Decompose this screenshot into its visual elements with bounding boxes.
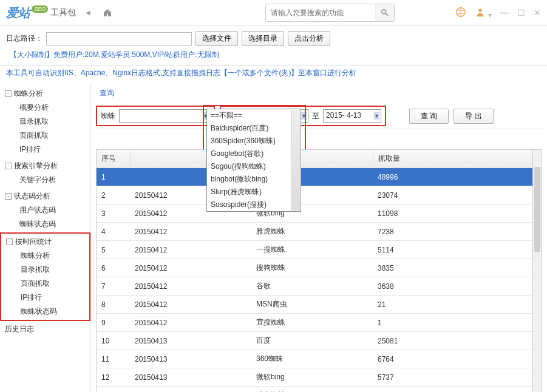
choose-file-button[interactable]: 选择文件	[195, 31, 238, 46]
collapse-icon[interactable]: -	[5, 90, 12, 97]
tree-group-title[interactable]: -状态码分析	[0, 189, 90, 203]
dropdown-item[interactable]: Sogou(搜狗蜘蛛)	[207, 160, 301, 173]
cell-idx: 6	[97, 259, 130, 277]
maximize-icon[interactable]: ☐	[517, 8, 525, 18]
dropdown-item[interactable]: Slurp(雅虎蜘蛛)	[207, 186, 301, 198]
logo-sub: 工具包	[50, 7, 76, 18]
cell-idx: 12	[97, 368, 130, 387]
tree-group-label: 按时间统计	[15, 237, 52, 247]
column-header[interactable]: 抓取量	[373, 150, 542, 168]
table-row[interactable]: 1220150413微软bing5737	[97, 368, 542, 387]
globe-icon[interactable]	[455, 7, 466, 19]
cell-date: 20150413	[130, 368, 251, 387]
cell-spider: 搜狗蜘蛛	[251, 259, 373, 277]
top-bar: 爱站 SEO 工具包 ◄ ▾ — ☐ ✕	[0, 0, 547, 26]
tree-group-title[interactable]: -搜索引擎分析	[0, 159, 90, 173]
search-input[interactable]	[266, 5, 375, 20]
analyze-button[interactable]: 点击分析	[288, 31, 330, 46]
query-button[interactable]: 查 询	[409, 109, 449, 124]
dropdown-item[interactable]: ==不限==	[207, 109, 301, 122]
tree-item[interactable]: 蜘蛛状态码	[17, 217, 90, 231]
collapse-icon[interactable]: -	[5, 163, 12, 169]
table-row[interactable]: 520150412一搜蜘蛛5114	[97, 241, 542, 259]
table-row[interactable]: 920150412宜搜蜘蛛1	[97, 314, 542, 332]
cell-idx: 9	[97, 314, 130, 332]
table-row[interactable]: 420150412雅虎蜘蛛7238	[97, 223, 542, 241]
home-icon[interactable]	[100, 5, 115, 20]
cell-idx: 8	[97, 296, 130, 314]
cell-count: 3356	[373, 387, 542, 393]
cell-count: 23074	[373, 186, 542, 204]
minimize-icon[interactable]: —	[500, 8, 509, 18]
tree-group-title[interactable]: -按时间统计	[1, 235, 89, 249]
tree-item[interactable]: 蜘蛛分析	[18, 249, 89, 263]
spider-select[interactable]: ▾	[119, 109, 210, 123]
table-row[interactable]: 220150412360蜘蛛23074	[97, 186, 542, 204]
cell-date: 20150413	[130, 332, 251, 350]
tree-item[interactable]: IP排行	[18, 291, 89, 305]
user-icon[interactable]: ▾	[475, 7, 492, 19]
cell-idx: 1	[97, 168, 130, 186]
tab-query[interactable]: 查询	[96, 86, 118, 101]
logo-text: 爱站	[6, 5, 30, 21]
cell-date: 20150412	[130, 314, 251, 332]
tree-group-title[interactable]: -蜘蛛分析	[0, 87, 90, 101]
cell-count: 5114	[373, 241, 542, 259]
chevron-down-icon: ▾	[374, 112, 379, 120]
choose-dir-button[interactable]: 选择目录	[242, 31, 284, 46]
tree-item[interactable]: 目录抓取	[18, 263, 89, 277]
tree-item[interactable]: 蜘蛛状态码	[18, 305, 89, 319]
tree-item[interactable]: 页面抓取	[18, 277, 89, 291]
cell-count: 11098	[373, 204, 542, 223]
scroll-thumb[interactable]	[534, 167, 540, 252]
tree-group-title[interactable]: 历史日志	[0, 322, 90, 336]
dropdown-item[interactable]: Sosospider(搜搜)	[207, 198, 301, 211]
table-row[interactable]: 720150412谷歌3638	[97, 277, 542, 296]
cell-spider: MSN爬虫	[251, 296, 373, 314]
collapse-icon[interactable]: -	[5, 193, 12, 200]
content-panel: 查询 蜘蛛 ▾ 日期： 2015- 4-12▾ 至 2015- 4-13▾ 查 …	[91, 83, 547, 392]
dropdown-item[interactable]: 360Spider(360蜘蛛)	[207, 135, 301, 147]
column-header[interactable]: 序号	[97, 150, 130, 168]
tree-item[interactable]: 概要分析	[17, 101, 90, 115]
cell-spider: 微软bing	[251, 368, 373, 387]
log-path-input[interactable]	[46, 32, 192, 46]
tree-item[interactable]: IP排行	[17, 143, 90, 157]
cell-count: 6764	[373, 350, 542, 368]
back-icon[interactable]: ◄	[81, 5, 95, 20]
close-icon[interactable]: ✕	[534, 8, 541, 18]
table-row[interactable]: 1百度48996	[97, 168, 542, 186]
date-to-value: 2015- 4-13	[326, 111, 361, 120]
date-to-select[interactable]: 2015- 4-13▾	[323, 109, 381, 123]
tree-item[interactable]: 关键字分析	[17, 173, 90, 187]
table-row[interactable]: 320150412微软bing11098	[97, 204, 542, 223]
tree-item[interactable]: 用户状态码	[17, 203, 90, 217]
export-button[interactable]: 导 出	[454, 109, 493, 124]
table-row[interactable]: 1020150413百度25081	[97, 332, 542, 350]
cell-count: 1	[373, 314, 542, 332]
table-scrollbar[interactable]	[532, 150, 542, 392]
table-row[interactable]: 1120150413360蜘蛛6764	[97, 350, 542, 368]
chevron-down-icon: ▾	[301, 112, 307, 120]
dropdown-item[interactable]: Baiduspider(百度)	[207, 122, 301, 135]
table-row[interactable]: 820150412MSN爬虫21	[97, 296, 542, 314]
result-table: 序号蜘蛛抓取量 1百度48996220150412360蜘蛛2307432015…	[97, 150, 542, 392]
tree-item[interactable]: 页面抓取	[17, 129, 90, 143]
dropdown-scrollbar[interactable]	[291, 110, 300, 211]
dropdown-item[interactable]: Googlebot(谷歌)	[207, 147, 301, 160]
spider-dropdown: ==不限==Baiduspider(百度)360Spider(360蜘蛛)Goo…	[206, 109, 301, 212]
table-row[interactable]: 1320150413雅虎蜘蛛3356	[97, 387, 542, 393]
cell-idx: 3	[97, 204, 130, 223]
cell-spider: 360蜘蛛	[251, 350, 373, 368]
cell-spider: 雅虎蜘蛛	[251, 223, 373, 241]
filter-row: 蜘蛛 ▾ 日期： 2015- 4-12▾ 至 2015- 4-13▾ 查 询 导…	[96, 106, 542, 126]
cell-spider: 宜搜蜘蛛	[251, 314, 373, 332]
spider-filter-group: 蜘蛛 ▾	[96, 106, 215, 126]
tree-item[interactable]: 目录抓取	[17, 115, 90, 129]
table-row[interactable]: 620150412搜狗蜘蛛3835	[97, 259, 542, 277]
dropdown-item[interactable]: bingbot(微软bing)	[207, 173, 301, 186]
cell-date: 20150413	[130, 350, 251, 368]
search-icon[interactable]	[375, 4, 394, 21]
collapse-icon[interactable]: -	[6, 238, 13, 245]
logo-badge: SEO	[32, 5, 48, 13]
